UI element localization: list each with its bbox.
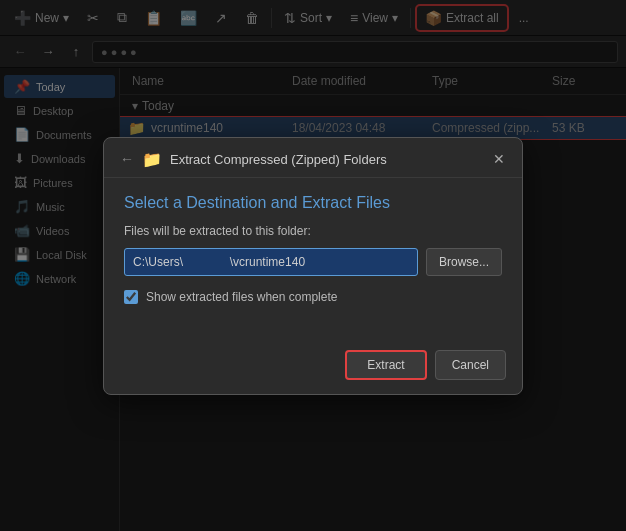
dialog-footer: Extract Cancel bbox=[104, 340, 522, 394]
dialog-back-button[interactable]: ← bbox=[120, 151, 134, 167]
show-files-checkbox[interactable] bbox=[124, 290, 138, 304]
dialog-desc: Files will be extracted to this folder: bbox=[124, 224, 502, 238]
dialog-header: ← 📁 Extract Compressed (Zipped) Folders … bbox=[104, 138, 522, 178]
browse-label: Browse... bbox=[439, 255, 489, 269]
dialog-overlay: ← 📁 Extract Compressed (Zipped) Folders … bbox=[0, 0, 626, 531]
back-arrow-icon: ← bbox=[120, 151, 134, 167]
cancel-button[interactable]: Cancel bbox=[435, 350, 506, 380]
checkbox-label: Show extracted files when complete bbox=[146, 290, 337, 304]
browse-button[interactable]: Browse... bbox=[426, 248, 502, 276]
dialog-header-title: Extract Compressed (Zipped) Folders bbox=[170, 152, 387, 167]
extract-dialog: ← 📁 Extract Compressed (Zipped) Folders … bbox=[103, 137, 523, 395]
dialog-body: Select a Destination and Extract Files F… bbox=[104, 178, 522, 340]
extract-label: Extract bbox=[367, 358, 404, 372]
path-input[interactable] bbox=[124, 248, 418, 276]
checkbox-row: Show extracted files when complete bbox=[124, 290, 502, 304]
cancel-label: Cancel bbox=[452, 358, 489, 372]
path-row: Browse... bbox=[124, 248, 502, 276]
dialog-folder-icon: 📁 bbox=[142, 150, 162, 169]
dialog-close-button[interactable]: ✕ bbox=[488, 148, 510, 170]
extract-button[interactable]: Extract bbox=[345, 350, 426, 380]
dialog-main-title: Select a Destination and Extract Files bbox=[124, 194, 502, 212]
